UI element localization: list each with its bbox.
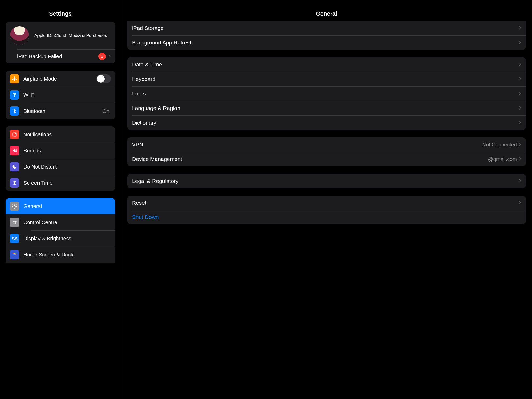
profile-group: Apple ID, iCloud, Media & Purchases iPad…	[6, 22, 115, 63]
wifi-row[interactable]: Wi-Fi	[6, 87, 115, 103]
sounds-row[interactable]: Sounds	[6, 143, 115, 159]
settings-sidebar: Settings Apple ID, iCloud, Media & Purch…	[0, 0, 121, 247]
system-group: General Control Centre AA Display & Brig…	[6, 198, 115, 247]
legal-label: Legal & Regulatory	[132, 178, 330, 184]
bluetooth-row[interactable]: Bluetooth On	[6, 103, 115, 119]
svg-point-1	[14, 96, 15, 97]
reset-label: Reset	[132, 200, 330, 206]
content-title: General	[121, 7, 330, 23]
notifications-group: Notifications Sounds Do Not Disturb Scre…	[6, 126, 115, 191]
notifications-icon	[10, 130, 19, 139]
general-content: General iPad Storage Background App Refr…	[121, 0, 330, 247]
control-centre-label: Control Centre	[23, 220, 111, 226]
display-label: Display & Brightness	[23, 236, 111, 242]
svg-point-7	[15, 223, 16, 224]
apple-id-row[interactable]: Apple ID, iCloud, Media & Purchases	[6, 22, 115, 49]
screen-time-row[interactable]: Screen Time	[6, 175, 115, 191]
screentime-label: Screen Time	[23, 180, 111, 186]
display-row[interactable]: AA Display & Brightness	[6, 230, 115, 247]
moon-icon	[10, 162, 19, 171]
date-time-row[interactable]: Date & Time	[127, 57, 330, 72]
device-management-label: Device Management	[132, 156, 330, 162]
bluetooth-value: On	[102, 108, 109, 114]
sounds-label: Sounds	[23, 148, 111, 154]
shut-down-label: Shut Down	[132, 214, 330, 220]
home-screen-row[interactable]: Home Screen & Dock	[6, 247, 115, 247]
sounds-icon	[10, 146, 19, 155]
control-centre-icon	[10, 218, 19, 227]
general-label: General	[23, 203, 111, 209]
svg-point-3	[15, 133, 16, 134]
gear-icon	[10, 202, 19, 211]
wifi-settings-icon	[10, 90, 19, 100]
general-row[interactable]: General	[6, 198, 115, 214]
bluetooth-label: Bluetooth	[23, 108, 102, 114]
vpn-label: VPN	[132, 141, 330, 148]
localization-group: Date & Time Keyboard Fonts Language & Re…	[127, 57, 330, 130]
avatar	[10, 26, 29, 45]
display-icon: AA	[10, 234, 19, 243]
airplane-icon	[10, 74, 19, 83]
backup-failed-label: iPad Backup Failed	[17, 54, 98, 60]
fonts-label: Fonts	[132, 91, 330, 97]
storage-group: iPad Storage Background App Refresh	[127, 21, 330, 50]
dictionary-row[interactable]: Dictionary	[127, 115, 330, 130]
alert-badge: 1	[98, 53, 106, 60]
profile-subtitle: Apple ID, iCloud, Media & Purchases	[34, 33, 107, 38]
background-refresh-row[interactable]: Background App Refresh	[127, 35, 330, 50]
device-management-row[interactable]: Device Management @gmail.com	[127, 152, 330, 166]
dnd-label: Do Not Disturb	[23, 164, 111, 170]
keyboard-label: Keyboard	[132, 76, 330, 82]
shut-down-row[interactable]: Shut Down	[127, 210, 330, 224]
ipad-storage-row[interactable]: iPad Storage	[127, 21, 330, 35]
network-group: Airplane Mode Wi-Fi Bluetooth On	[6, 71, 115, 119]
fonts-row[interactable]: Fonts	[127, 86, 330, 101]
airplane-toggle[interactable]	[96, 74, 111, 83]
reset-group: Reset Shut Down	[127, 196, 330, 224]
ipad-storage-label: iPad Storage	[132, 25, 330, 31]
wifi-label: Wi-Fi	[23, 92, 111, 98]
vpn-row[interactable]: VPN Not Connected	[127, 137, 330, 152]
control-centre-row[interactable]: Control Centre	[6, 214, 115, 230]
notifications-label: Notifications	[23, 132, 111, 138]
svg-point-5	[13, 221, 14, 222]
airplane-mode-row[interactable]: Airplane Mode	[6, 71, 115, 87]
language-region-row[interactable]: Language & Region	[127, 101, 330, 115]
backup-failed-row[interactable]: iPad Backup Failed 1	[6, 49, 115, 63]
airplane-label: Airplane Mode	[23, 76, 96, 82]
do-not-disturb-row[interactable]: Do Not Disturb	[6, 159, 115, 175]
vpn-group: VPN Not Connected Device Management @gma…	[127, 137, 330, 166]
chevron-right-icon	[108, 53, 111, 60]
date-time-label: Date & Time	[132, 61, 330, 68]
svg-point-4	[14, 205, 15, 207]
bluetooth-icon	[10, 106, 19, 116]
legal-group: Legal & Regulatory	[127, 174, 330, 188]
hourglass-icon	[10, 178, 19, 188]
keyboard-row[interactable]: Keyboard	[127, 72, 330, 86]
reset-row[interactable]: Reset	[127, 196, 330, 210]
notifications-row[interactable]: Notifications	[6, 126, 115, 143]
sidebar-title: Settings	[0, 7, 121, 22]
language-region-label: Language & Region	[132, 105, 330, 111]
legal-row[interactable]: Legal & Regulatory	[127, 174, 330, 188]
dictionary-label: Dictionary	[132, 120, 330, 126]
background-refresh-label: Background App Refresh	[132, 40, 330, 46]
